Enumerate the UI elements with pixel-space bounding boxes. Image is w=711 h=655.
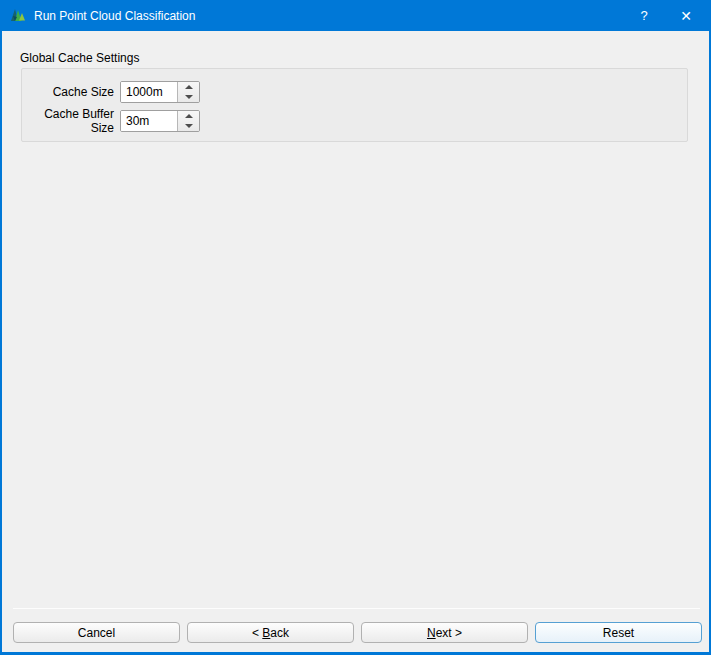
- footer-button-row: Cancel < Back Next > Reset: [13, 622, 702, 643]
- reset-button[interactable]: Reset: [535, 622, 702, 643]
- spin-up-icon: [185, 114, 193, 118]
- back-button[interactable]: < Back: [187, 622, 354, 643]
- cache-size-spin-up-button[interactable]: [178, 82, 199, 92]
- window-title: Run Point Cloud Classification: [34, 9, 625, 23]
- global-cache-settings-groupbox: Cache Size Cache Buffer Size: [21, 68, 688, 142]
- close-button[interactable]: ✕: [663, 0, 709, 31]
- cache-buffer-size-spin-down-button[interactable]: [178, 121, 199, 131]
- section-label-global-cache-settings: Global Cache Settings: [20, 51, 139, 65]
- cache-buffer-size-input[interactable]: [121, 111, 177, 131]
- cache-size-spin-down-button[interactable]: [178, 92, 199, 102]
- cache-size-row: Cache Size: [22, 81, 200, 103]
- spin-down-icon: [185, 95, 193, 99]
- cache-size-input[interactable]: [121, 82, 177, 102]
- help-icon: ?: [640, 8, 647, 23]
- cache-buffer-size-spinbox: [120, 110, 200, 132]
- close-icon: ✕: [680, 8, 692, 24]
- titlebar: Run Point Cloud Classification ? ✕: [2, 0, 709, 31]
- spin-down-icon: [185, 124, 193, 128]
- cache-buffer-size-label: Cache Buffer Size: [22, 107, 114, 135]
- help-button[interactable]: ?: [625, 0, 663, 31]
- cancel-button[interactable]: Cancel: [13, 622, 180, 643]
- cache-buffer-size-spin-up-button[interactable]: [178, 111, 199, 121]
- app-logo-icon: [10, 7, 27, 24]
- footer-separator: [13, 608, 700, 609]
- spin-up-icon: [185, 85, 193, 89]
- cache-size-label: Cache Size: [22, 85, 114, 99]
- cache-buffer-size-spin-buttons: [177, 111, 199, 131]
- cache-size-spinbox: [120, 81, 200, 103]
- cache-buffer-size-row: Cache Buffer Size: [22, 110, 200, 132]
- next-button[interactable]: Next >: [361, 622, 528, 643]
- cache-size-spin-buttons: [177, 82, 199, 102]
- dialog-window: Run Point Cloud Classification ? ✕ Globa…: [0, 0, 711, 655]
